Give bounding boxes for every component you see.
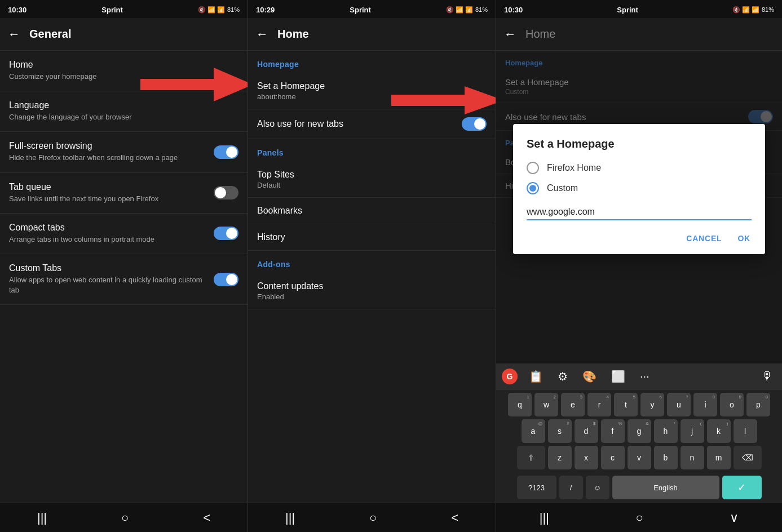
radio-outer-firefox[interactable] bbox=[527, 162, 539, 174]
toggle-fullscreen[interactable] bbox=[214, 145, 238, 159]
nav-back-1[interactable]: < bbox=[192, 506, 222, 530]
toggle-tabqueue[interactable] bbox=[214, 186, 238, 200]
panel-dialog: 10:30 Sprint 🔇 📶 📶 81% ← Home Homepage S… bbox=[496, 0, 782, 532]
toggle-also-use[interactable] bbox=[462, 117, 487, 131]
key-shift[interactable]: ⇧ bbox=[517, 446, 545, 469]
key-x[interactable]: x bbox=[575, 446, 598, 469]
settings-subtitle-home: Customize your homepage bbox=[9, 72, 238, 82]
key-t[interactable]: 5t bbox=[614, 393, 638, 416]
key-b[interactable]: b bbox=[654, 446, 678, 469]
more-icon[interactable]: ··· bbox=[637, 367, 653, 385]
status-time-3: 10:30 bbox=[504, 6, 523, 14]
page-title-1: General bbox=[29, 28, 71, 41]
status-carrier-2: Sprint bbox=[350, 6, 371, 14]
key-enter[interactable]: ✓ bbox=[722, 476, 762, 499]
top-sites-subtitle: Default bbox=[257, 181, 487, 189]
radio-firefox-home[interactable]: Firefox Home bbox=[527, 162, 752, 174]
key-w[interactable]: 2w bbox=[534, 393, 558, 416]
key-o[interactable]: 9o bbox=[720, 393, 744, 416]
content-updates-item[interactable]: Content updates Enabled bbox=[248, 273, 496, 309]
settings-item-custom-tabs[interactable]: Custom Tabs Allow apps to open web conte… bbox=[0, 254, 248, 305]
key-c[interactable]: c bbox=[601, 446, 625, 469]
theme-icon[interactable]: 🎨 bbox=[579, 367, 600, 385]
clipboard-icon[interactable]: 📋 bbox=[525, 367, 546, 385]
set-homepage-subtitle: about:home bbox=[257, 92, 487, 101]
nav-home-2[interactable]: ○ bbox=[358, 506, 388, 530]
key-i[interactable]: 8i bbox=[693, 393, 717, 416]
key-backspace[interactable]: ⌫ bbox=[734, 446, 762, 469]
settings-subtitle-language: Change the language of your browser bbox=[9, 112, 238, 122]
settings-title-language: Language bbox=[9, 100, 238, 110]
settings-item-fullscreen[interactable]: Full-screen browsing Hide the Firefox to… bbox=[0, 132, 248, 172]
key-n[interactable]: n bbox=[681, 446, 704, 469]
mic-icon[interactable]: 🎙 bbox=[758, 367, 776, 385]
key-emoji[interactable]: ☺ bbox=[586, 476, 609, 499]
key-l[interactable]: l bbox=[734, 419, 757, 443]
toggle-custom-tabs[interactable] bbox=[214, 273, 238, 286]
settings-subtitle-compact-tabs: Arrange tabs in two columns in portrait … bbox=[9, 234, 207, 245]
status-time-2: 10:29 bbox=[256, 6, 275, 14]
radio-outer-custom[interactable] bbox=[527, 182, 539, 194]
dialog-actions: CANCEL OK bbox=[527, 232, 752, 245]
cancel-button[interactable]: CANCEL bbox=[685, 232, 723, 245]
toolbar-1: ← General bbox=[0, 18, 248, 51]
settings-title-tabqueue: Tab queue bbox=[9, 182, 207, 192]
google-icon[interactable]: G bbox=[502, 369, 518, 384]
set-homepage-item[interactable]: Set a Homepage about:home bbox=[248, 73, 496, 109]
nav-home-1[interactable]: ○ bbox=[110, 506, 140, 530]
key-p[interactable]: 0p bbox=[746, 393, 770, 416]
translate-icon[interactable]: ⬜ bbox=[608, 367, 629, 385]
settings-item-home[interactable]: Home Customize your homepage bbox=[0, 51, 248, 91]
key-s[interactable]: #s bbox=[548, 419, 572, 443]
page-title-3: Home bbox=[525, 28, 555, 41]
back-button-1[interactable]: ← bbox=[8, 27, 20, 42]
key-v[interactable]: v bbox=[628, 446, 651, 469]
settings-subtitle-tabqueue: Save links until the next time you open … bbox=[9, 194, 207, 204]
dialog-overlay[interactable]: Set a Homepage Firefox Home Custom bbox=[496, 51, 782, 363]
nav-down-3[interactable]: ∨ bbox=[718, 506, 750, 530]
top-sites-item[interactable]: Top Sites Default bbox=[248, 162, 496, 198]
key-h[interactable]: *h bbox=[654, 419, 678, 443]
bookmarks-item[interactable]: Bookmarks bbox=[248, 198, 496, 224]
radio-custom[interactable]: Custom bbox=[527, 182, 752, 194]
back-button-3[interactable]: ← bbox=[504, 27, 516, 42]
settings-icon[interactable]: ⚙ bbox=[554, 367, 571, 385]
toggle-compact-tabs[interactable] bbox=[214, 227, 238, 240]
key-m[interactable]: m bbox=[707, 446, 731, 469]
key-u[interactable]: 7u bbox=[667, 393, 691, 416]
settings-item-language[interactable]: Language Change the language of your bro… bbox=[0, 91, 248, 132]
settings-item-compact-tabs[interactable]: Compact tabs Arrange tabs in two columns… bbox=[0, 214, 248, 254]
set-homepage-dialog: Set a Homepage Firefox Home Custom bbox=[513, 124, 765, 254]
key-k[interactable]: )k bbox=[707, 419, 731, 443]
history-item[interactable]: History bbox=[248, 224, 496, 251]
key-space[interactable]: English bbox=[612, 476, 719, 499]
key-z[interactable]: z bbox=[548, 446, 572, 469]
status-carrier-1: Sprint bbox=[101, 6, 123, 14]
key-a[interactable]: @a bbox=[522, 419, 545, 443]
nav-menu-2[interactable]: ||| bbox=[274, 506, 306, 530]
ok-button[interactable]: OK bbox=[736, 232, 752, 245]
nav-home-3[interactable]: ○ bbox=[624, 506, 654, 530]
key-e[interactable]: 3e bbox=[561, 393, 585, 416]
homepage-url-input[interactable] bbox=[527, 205, 752, 220]
key-g[interactable]: &g bbox=[628, 419, 651, 443]
key-d[interactable]: $d bbox=[575, 419, 598, 443]
content-updates-subtitle: Enabled bbox=[257, 292, 487, 301]
key-q[interactable]: 1q bbox=[508, 393, 532, 416]
key-y[interactable]: 6y bbox=[640, 393, 664, 416]
keyboard: G 📋 ⚙ 🎨 ⬜ ··· 🎙 1q 2w 3e 4r 5t 6y 7u 8i … bbox=[496, 363, 782, 503]
also-use-new-tabs-item[interactable]: Also use for new tabs bbox=[248, 109, 496, 139]
key-j[interactable]: (j bbox=[681, 419, 704, 443]
key-r[interactable]: 4r bbox=[587, 393, 611, 416]
back-button-2[interactable]: ← bbox=[256, 27, 268, 42]
key-slash[interactable]: / bbox=[559, 476, 583, 499]
nav-menu-1[interactable]: ||| bbox=[26, 506, 58, 530]
section-header-homepage: Homepage bbox=[248, 51, 496, 73]
nav-menu-3[interactable]: ||| bbox=[528, 506, 560, 530]
key-num[interactable]: ?123 bbox=[517, 476, 556, 499]
key-f[interactable]: %f bbox=[601, 419, 625, 443]
nav-back-2[interactable]: < bbox=[440, 506, 470, 530]
keyboard-toolbar: G 📋 ⚙ 🎨 ⬜ ··· 🎙 bbox=[496, 363, 782, 389]
content-updates-title: Content updates bbox=[257, 281, 487, 291]
settings-item-tabqueue[interactable]: Tab queue Save links until the next time… bbox=[0, 173, 248, 214]
